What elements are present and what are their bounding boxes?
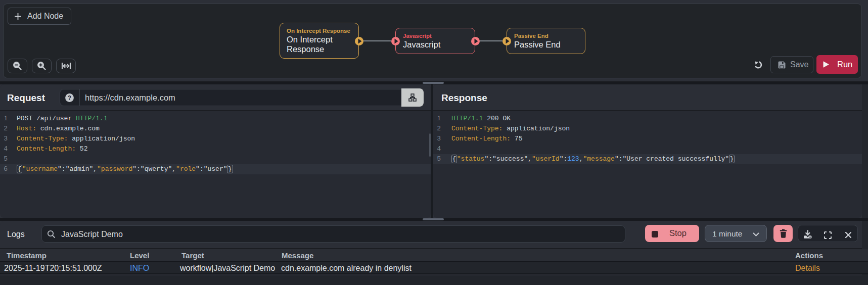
svg-text:?: ? xyxy=(68,94,71,101)
